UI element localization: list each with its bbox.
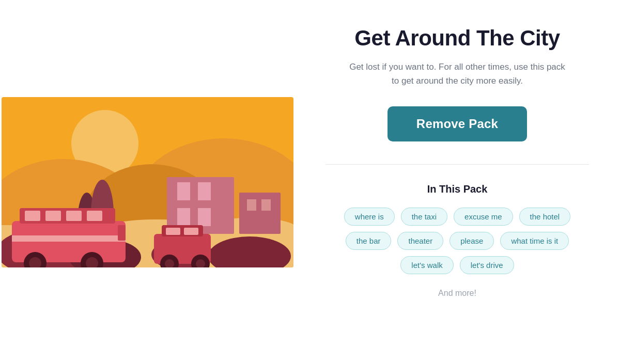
- svg-rect-25: [25, 211, 40, 221]
- tag-item: excuse me: [454, 208, 513, 226]
- svg-rect-15: [198, 208, 211, 226]
- left-panel: [0, 0, 295, 364]
- and-more-text: And more!: [438, 289, 476, 298]
- svg-rect-16: [239, 193, 281, 234]
- svg-rect-27: [66, 211, 82, 221]
- tag-item: the bar: [346, 232, 392, 250]
- tags-container: where isthe taxiexcuse methe hotelthe ba…: [326, 208, 589, 274]
- svg-rect-29: [12, 235, 126, 242]
- page-title: Get Around The City: [354, 26, 560, 51]
- tag-item: let's walk: [400, 256, 453, 274]
- right-panel: Get Around The City Get lost if you want…: [295, 0, 620, 364]
- divider: [326, 164, 589, 165]
- svg-rect-18: [261, 199, 271, 211]
- svg-rect-13: [198, 182, 211, 200]
- tag-item: where is: [344, 208, 395, 226]
- svg-rect-28: [87, 211, 102, 221]
- tag-item: the hotel: [519, 208, 571, 226]
- svg-rect-14: [177, 208, 190, 226]
- tag-item: what time is it: [500, 232, 569, 250]
- svg-rect-12: [177, 182, 190, 200]
- svg-rect-37: [166, 228, 180, 235]
- tag-item: please: [450, 232, 494, 250]
- tag-item: let's drive: [460, 256, 514, 274]
- city-illustration: [2, 97, 293, 267]
- in-this-pack-title: In This Pack: [427, 183, 488, 195]
- svg-rect-38: [184, 228, 198, 235]
- tag-item: theater: [397, 232, 443, 250]
- svg-rect-17: [247, 199, 256, 211]
- page-subtitle: Get lost if you want to. For all other t…: [346, 60, 568, 88]
- tag-item: the taxi: [401, 208, 447, 226]
- remove-pack-button[interactable]: Remove Pack: [388, 106, 527, 141]
- svg-rect-26: [45, 211, 61, 221]
- svg-rect-34: [118, 225, 126, 241]
